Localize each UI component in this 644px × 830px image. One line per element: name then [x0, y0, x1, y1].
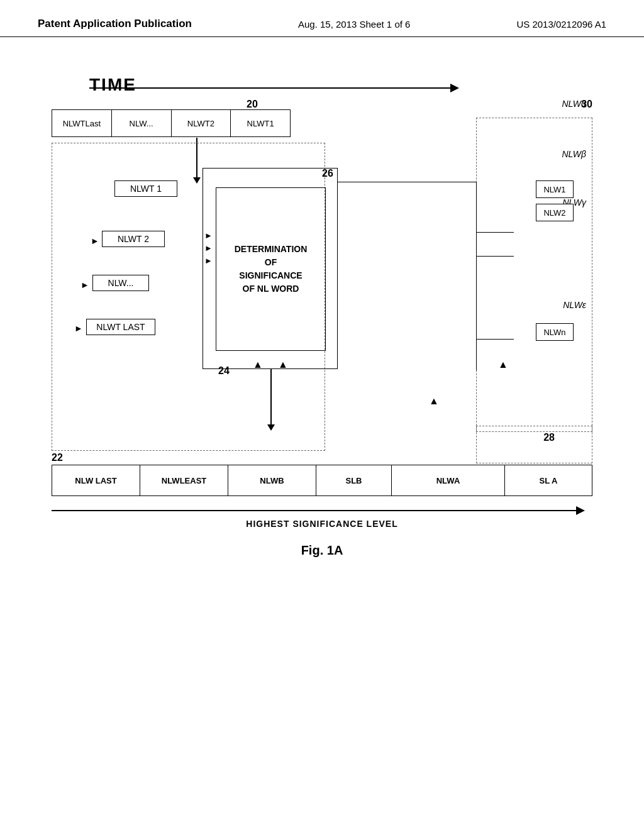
bottom-cell-nlwa: NLWA: [392, 465, 505, 495]
top-cell-nlw-dots: NLW...: [112, 110, 172, 136]
top-cell-nlwt2: NLWT2: [172, 110, 231, 136]
top-input-box: NLWTLast NLW... NLWT2 NLWT1: [52, 109, 291, 137]
up-arrow-4: ▲: [429, 396, 439, 407]
label-26: 26: [322, 168, 333, 179]
hsl-label: HIGHEST SIGNIFICANCE LEVEL: [52, 519, 592, 529]
nlw-beta-label: NLWβ: [562, 149, 586, 159]
bottom-cell-nlwlast: NLW LAST: [52, 465, 140, 495]
up-arrow-2: ▲: [278, 359, 288, 370]
top-cell-nlwt1: NLWT1: [231, 110, 290, 136]
nlwn-box: NLWn: [536, 323, 574, 341]
determination-text: DETERMINATIONOFSIGNIFICANCEOF NL WORD: [235, 243, 308, 296]
publication-date-sheet: Aug. 15, 2013 Sheet 1 of 6: [298, 19, 410, 30]
small-arrow-1: ►: [204, 231, 213, 240]
time-arrow: [89, 87, 454, 89]
nlw-dots-box: NLW...: [92, 275, 149, 291]
bottom-output-box: NLW LAST NLWLEAST NLWB SLB NLWA SL A: [52, 465, 592, 496]
diagram-container: TIME 20 30 NLWTLast NLW... NLWT2 NLWT1 2…: [52, 75, 592, 590]
arrow-nlwt-last: ►: [74, 323, 83, 333]
time-label: TIME: [89, 75, 136, 95]
nlw2-box: NLW2: [536, 204, 574, 221]
publication-number: US 2013/0212096 A1: [516, 19, 606, 30]
vert-line-right: [476, 182, 477, 370]
nlwn-label: NLWn: [543, 328, 565, 337]
significance-arrow: [52, 510, 580, 511]
page-header: Patent Application Publication Aug. 15, …: [0, 0, 644, 37]
bottom-cell-nlwb: NLWB: [228, 465, 316, 495]
determination-box: DETERMINATIONOFSIGNIFICANCEOF NL WORD: [216, 187, 326, 351]
arrow-nlwt2: ►: [91, 236, 99, 246]
nlw1-label: NLW1: [543, 185, 565, 194]
box-28: [476, 426, 592, 463]
nlwt-last-box: NLWT LAST: [86, 319, 155, 335]
fig-label: Fig. 1A: [52, 543, 592, 558]
label-20: 20: [247, 99, 258, 110]
label-24: 24: [218, 365, 230, 377]
horiz-line-top: [338, 182, 476, 182]
nlw-alpha-label: NLWα: [562, 99, 586, 109]
nlw1-box: NLW1: [536, 180, 574, 198]
box-26: [476, 118, 592, 432]
arrow-nlw-dots: ►: [80, 280, 89, 290]
top-cell-nlwtlast: NLWTLast: [52, 110, 112, 136]
nlwt1-box: NLWT 1: [114, 180, 177, 197]
bottom-cell-sla: SL A: [505, 465, 592, 495]
bottom-cell-slb: SLB: [316, 465, 392, 495]
box-24-outer: DETERMINATIONOFSIGNIFICANCEOF NL WORD: [203, 168, 338, 369]
publication-title: Patent Application Publication: [38, 18, 192, 30]
small-arrow-2: ►: [204, 243, 213, 253]
nlw-epsilon-label: NLWε: [563, 300, 586, 310]
bottom-cell-nlwleast: NLWLEAST: [140, 465, 228, 495]
nlw2-label: NLW2: [543, 208, 565, 218]
horiz-line-nlwn: [476, 339, 514, 340]
up-arrow-1: ▲: [253, 359, 263, 370]
arrow-down-24: [270, 369, 272, 426]
small-arrow-3: ►: [204, 256, 213, 265]
label-22: 22: [52, 452, 63, 463]
horiz-line-nlw2: [476, 256, 514, 257]
up-arrow-3: ▲: [498, 359, 508, 370]
horiz-line-nlw1: [476, 232, 514, 233]
nlwt2-box: NLWT 2: [102, 231, 165, 247]
